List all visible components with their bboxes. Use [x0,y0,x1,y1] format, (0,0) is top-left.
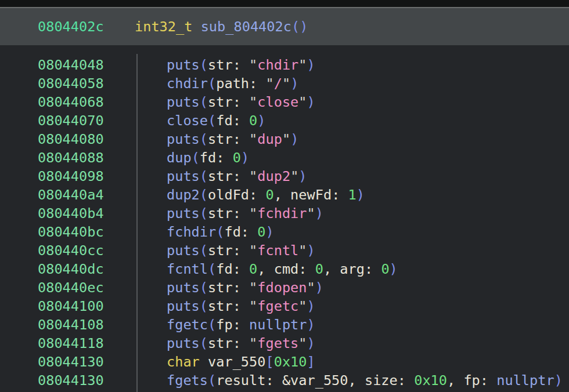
token-str: / [274,75,282,92]
token-pn: ( [200,57,208,73]
line-code[interactable]: puts(str: "fdopen") [167,278,323,297]
line-code[interactable]: puts(str: "dup") [167,130,298,148]
code-line[interactable]: 08044088dup(fd: 0) [0,148,569,167]
line-code[interactable]: puts(str: "dup2") [167,167,307,186]
token-fn: dup2 [167,187,200,203]
token-pn: ) [241,150,249,166]
line-address[interactable]: 08044108 [38,315,104,334]
line-code[interactable]: fgets(result: &var_550, size: 0x10, fp: … [167,371,563,390]
code-line[interactable]: 08044070close(fd: 0) [0,111,569,130]
token-str: fgetc [257,298,298,314]
line-code[interactable]: dup(fd: 0) [167,148,249,167]
token-qt: " [298,298,307,314]
line-code[interactable]: fcntl(fd: 0, cmd: 0, arg: 0) [167,260,398,278]
line-address[interactable]: 08044068 [38,93,104,111]
line-address[interactable]: 080440b4 [38,204,104,223]
token-pn: () [291,19,308,35]
line-address[interactable]: 08044080 [38,130,104,148]
code-lines: 08044048puts(str: "chdir")08044058chdir(… [0,56,569,390]
line-address[interactable]: 08044098 [38,167,104,186]
token-pn: ( [200,168,208,184]
token-pn: ) [307,94,315,110]
line-code[interactable]: puts(str: "fgets") [167,334,315,353]
code-line[interactable]: 080440ccputs(str: "fcntl") [0,241,569,260]
line-address[interactable]: 080440dc [38,260,104,278]
token-fn: puts [167,57,200,73]
code-line[interactable]: 08044058chdir(path: "/") [0,74,569,93]
function-address[interactable]: 0804402c [38,8,104,45]
token-pn: ) [315,205,323,222]
token-qt: " [298,335,307,351]
code-line[interactable]: 08044130fgets(result: &var_550, size: 0x… [0,371,569,390]
line-code[interactable]: chdir(path: "/") [167,74,298,93]
code-line[interactable]: 08044048puts(str: "chdir") [0,56,569,74]
code-line[interactable]: 08044108fgetc(fp: nullptr) [0,315,569,334]
line-address[interactable]: 08044130 [38,371,104,390]
code-listing[interactable]: 08044048puts(str: "chdir")08044058chdir(… [0,45,569,392]
token-qt: " [265,75,273,92]
line-code[interactable]: char var_550[0x10] [167,353,315,371]
token-str: chdir [257,57,298,73]
line-code[interactable]: puts(str: "close") [167,93,315,111]
line-code[interactable]: puts(str: "fgetc") [167,297,315,315]
line-code[interactable]: puts(str: "fcntl") [167,241,315,260]
code-line[interactable]: 08044068puts(str: "close") [0,93,569,111]
token-pn: ( [200,205,208,222]
function-header[interactable]: 0804402c int32_t sub_804402c() [0,7,569,45]
line-code[interactable]: dup2(oldFd: 0, newFd: 1) [167,186,365,204]
token-fn: fcntl [167,261,208,277]
token-pn: ( [208,317,216,333]
code-line[interactable]: 080440a4dup2(oldFd: 0, newFd: 1) [0,186,569,204]
token-str: dup2 [257,168,290,184]
line-code[interactable]: fgetc(fp: nullptr) [167,315,315,334]
token-pn: ] [307,354,315,370]
line-code[interactable]: close(fd: 0) [167,111,266,130]
line-address[interactable]: 08044070 [38,111,104,130]
token-pn: ) [307,242,315,259]
line-address[interactable]: 08044100 [38,297,104,315]
token-pn: ) [290,75,298,92]
line-code[interactable]: puts(str: "fchdir") [167,204,323,223]
token-qt: " [249,168,257,184]
line-address[interactable]: 08044088 [38,148,104,167]
line-address[interactable]: 08044058 [38,74,104,93]
code-line[interactable]: 08044118puts(str: "fgets") [0,334,569,353]
token-pl: str: [208,298,249,314]
token-pn: ( [200,242,208,259]
code-line[interactable]: 080440dcfcntl(fd: 0, cmd: 0, arg: 0) [0,260,569,278]
code-line[interactable]: 08044098puts(str: "dup2") [0,167,569,186]
token-pn: ( [200,335,208,351]
line-address[interactable]: 080440a4 [38,186,104,204]
code-line[interactable]: 08044100puts(str: "fgetc") [0,297,569,315]
token-str: fgets [257,335,298,351]
line-address[interactable]: 08044118 [38,334,104,353]
code-line[interactable]: 08044080puts(str: "dup") [0,130,569,148]
code-line[interactable]: 080440bcfchdir(fd: 0) [0,223,569,241]
token-fn: puts [167,280,200,296]
line-address[interactable]: 080440cc [38,241,104,260]
function-signature[interactable]: int32_t sub_804402c() [135,8,308,45]
token-qt: " [249,335,257,351]
token-pn: ( [208,75,216,92]
token-fn: puts [167,335,200,351]
token-fn: puts [167,298,200,314]
token-num: 0 [249,261,257,277]
token-pl: path: [216,75,265,92]
token-pl: , fp: [447,372,496,389]
line-code[interactable]: puts(str: "chdir") [167,56,315,74]
token-qt: " [249,298,257,314]
line-code[interactable]: fchdir(fd: 0) [167,223,274,241]
token-pn: ( [200,280,208,296]
line-address[interactable]: 08044048 [38,56,104,74]
token-qt: " [249,94,257,110]
code-line[interactable]: 080440b4puts(str: "fchdir") [0,204,569,223]
token-pn: ) [298,168,307,184]
line-address[interactable]: 080440ec [38,278,104,297]
code-line[interactable]: 08044130char var_550[0x10] [0,353,569,371]
line-address[interactable]: 080440bc [38,223,104,241]
token-pn: ) [257,112,265,129]
line-address[interactable]: 08044130 [38,353,104,371]
code-line[interactable]: 080440ecputs(str: "fdopen") [0,278,569,297]
token-fn: puts [167,242,200,259]
token-pn: ( [200,131,208,147]
